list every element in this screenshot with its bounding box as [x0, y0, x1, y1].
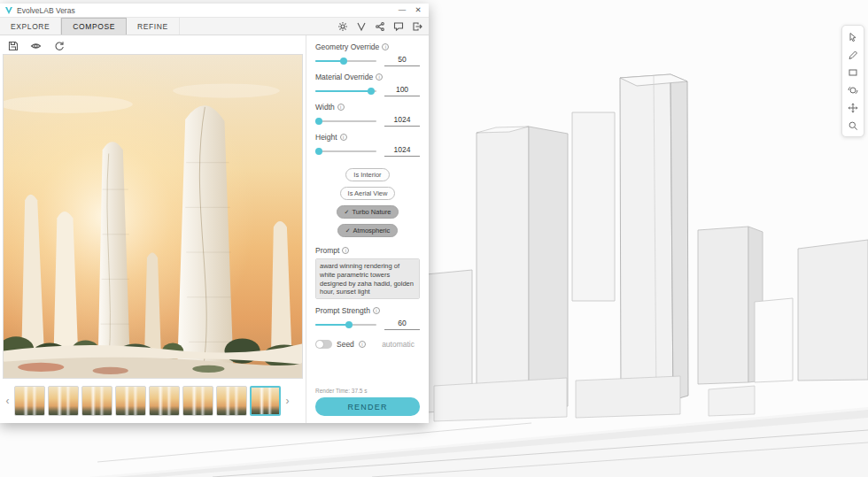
render-time-text: Render Time: 37.5 s — [315, 388, 420, 394]
tab-compose[interactable]: COMPOSE — [61, 18, 127, 35]
feedback-chat-icon[interactable] — [392, 20, 404, 32]
viewport-toolbar — [841, 25, 864, 137]
zoom-tool-icon[interactable] — [844, 118, 862, 133]
width-value[interactable]: 1024 — [384, 115, 420, 127]
info-icon[interactable]: i — [340, 134, 347, 141]
info-icon[interactable]: i — [382, 43, 389, 50]
info-icon[interactable]: i — [342, 247, 349, 254]
height-control: Height i 1024 — [315, 133, 420, 157]
chip-label: Atmospheric — [353, 227, 391, 235]
prompt-input[interactable]: award winning rendering of white paramet… — [315, 258, 420, 299]
prompt-strength-value[interactable]: 60 — [384, 319, 420, 330]
info-icon[interactable]: i — [359, 341, 366, 348]
thumbnail-3[interactable] — [81, 386, 112, 416]
visibility-eye-icon[interactable] — [29, 39, 43, 52]
geometry-override-control: Geometry Override i 50 — [315, 42, 420, 66]
chip-is-aerial-view[interactable]: Is Aerial View — [340, 187, 396, 200]
thumbnail-8[interactable] — [250, 386, 281, 416]
tab-explore[interactable]: EXPLORE — [0, 18, 61, 35]
export-icon[interactable] — [411, 20, 422, 32]
seed-control: Seed i automatic — [315, 340, 420, 349]
check-icon: ✓ — [345, 209, 350, 216]
render-button[interactable]: RENDER — [315, 397, 420, 416]
prompt-strength-label: Prompt Strength — [315, 306, 370, 315]
render-preview — [3, 54, 303, 379]
info-icon[interactable]: i — [337, 104, 345, 111]
rectangle-tool-icon[interactable] — [844, 65, 862, 80]
share-nodes-icon[interactable] — [374, 20, 385, 32]
prompt-strength-control: Prompt Strength i 60 — [315, 306, 420, 330]
chip-turbo-nature[interactable]: ✓ Turbo Nature — [337, 205, 399, 219]
thumbnail-4[interactable] — [115, 386, 146, 416]
info-icon[interactable]: i — [373, 307, 380, 314]
geometry-override-label: Geometry Override — [315, 42, 379, 51]
minimize-button[interactable]: — — [396, 4, 408, 17]
preview-pane: ‹ › — [0, 35, 306, 423]
material-override-slider[interactable] — [315, 87, 376, 96]
chip-label: Is Interior — [353, 171, 381, 179]
thumbnail-7[interactable] — [216, 386, 247, 416]
geometry-override-value[interactable]: 50 — [384, 55, 420, 66]
pan-tool-icon[interactable] — [844, 100, 862, 115]
next-thumbnails-button[interactable]: › — [283, 395, 291, 407]
veras-v-icon[interactable] — [355, 20, 367, 32]
material-override-control: Material Override i 100 — [315, 73, 420, 96]
style-chips: Is Interior Is Aerial View ✓ Turbo Natur… — [315, 168, 420, 237]
prev-thumbnails-button[interactable]: ‹ — [4, 395, 12, 407]
close-button[interactable]: ✕ — [412, 4, 424, 17]
check-icon: ✓ — [345, 227, 351, 235]
height-value[interactable]: 1024 — [384, 145, 420, 157]
seed-label: Seed — [337, 340, 354, 349]
seed-toggle[interactable] — [315, 340, 332, 349]
thumbnail-1[interactable] — [14, 386, 45, 416]
width-control: Width i 1024 — [315, 103, 420, 127]
chip-label: Turbo Nature — [352, 208, 391, 216]
prompt-strength-slider[interactable] — [315, 320, 376, 329]
thumbnail-2[interactable] — [48, 386, 79, 416]
tab-bar: EXPLORE COMPOSE REFINE — [0, 18, 429, 35]
screen: EvolveLAB Veras — ✕ EXPLORE COMPOSE REFI… — [0, 0, 868, 477]
chip-is-interior[interactable]: Is Interior — [345, 168, 389, 181]
preview-toolbar — [3, 37, 303, 54]
refresh-icon[interactable] — [52, 39, 66, 52]
thumbnail-strip: ‹ › — [3, 381, 303, 420]
thumbnail-5[interactable] — [149, 386, 180, 416]
veras-logo-icon — [4, 6, 13, 15]
material-override-label: Material Override — [315, 73, 373, 81]
width-slider[interactable] — [315, 117, 376, 126]
material-override-value[interactable]: 100 — [384, 85, 420, 96]
pencil-tool-icon[interactable] — [844, 47, 862, 62]
preview-scene-graphic — [4, 55, 302, 378]
chip-label: Is Aerial View — [348, 189, 388, 197]
settings-panel: Geometry Override i 50 Material Override… — [306, 35, 429, 423]
prompt-label: Prompt — [315, 246, 339, 255]
height-slider[interactable] — [315, 147, 376, 156]
geometry-override-slider[interactable] — [315, 57, 376, 65]
tab-refine[interactable]: REFINE — [127, 18, 180, 35]
chip-atmospheric[interactable]: ✓ Atmospheric — [337, 224, 399, 237]
info-icon[interactable]: i — [376, 73, 383, 81]
orbit-tool-icon[interactable] — [844, 82, 862, 97]
height-label: Height — [315, 133, 337, 142]
select-tool-icon[interactable] — [844, 29, 862, 44]
titlebar[interactable]: EvolveLAB Veras — ✕ — [0, 4, 429, 18]
width-label: Width — [315, 103, 335, 112]
window-title: EvolveLAB Veras — [17, 6, 75, 15]
settings-gear-icon[interactable] — [337, 20, 348, 32]
thumbnail-6[interactable] — [182, 386, 213, 416]
veras-window: EvolveLAB Veras — ✕ EXPLORE COMPOSE REFI… — [0, 4, 429, 423]
seed-value[interactable]: automatic — [382, 340, 420, 349]
save-icon[interactable] — [6, 39, 19, 52]
